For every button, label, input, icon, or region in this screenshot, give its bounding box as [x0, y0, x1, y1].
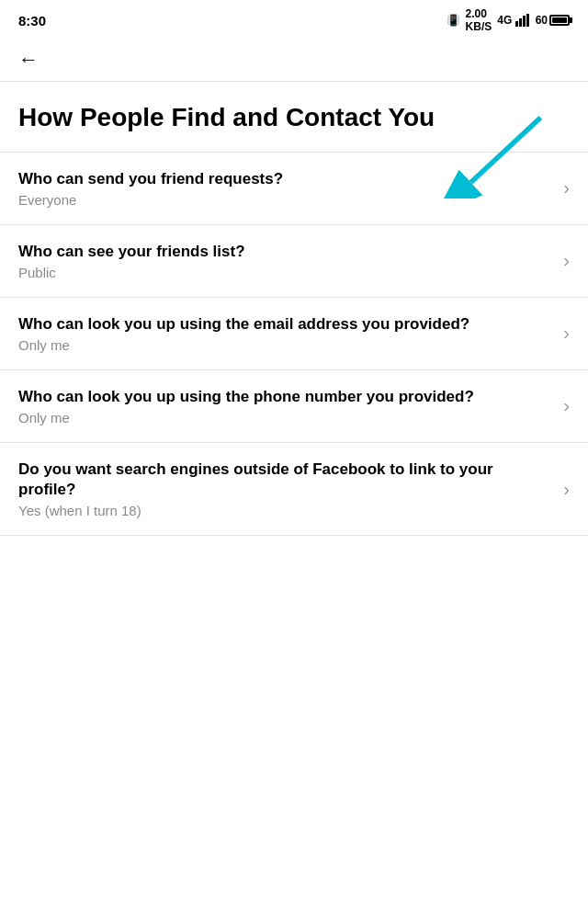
- settings-item-title: Who can look you up using the phone numb…: [18, 387, 545, 407]
- settings-item-value: Public: [18, 265, 545, 280]
- settings-item-content: Do you want search engines outside of Fa…: [18, 460, 563, 518]
- settings-item-content: Who can see your friends list? Public: [18, 242, 563, 280]
- chevron-icon: ›: [563, 479, 570, 500]
- svg-rect-2: [523, 16, 526, 27]
- settings-item-search-engines[interactable]: Do you want search engines outside of Fa…: [0, 442, 588, 536]
- speed-indicator: 2.00 KB/S: [466, 7, 492, 33]
- chevron-icon: ›: [563, 250, 570, 271]
- chevron-icon: ›: [563, 323, 570, 344]
- settings-item-title: Who can see your friends list?: [18, 242, 545, 262]
- svg-rect-1: [519, 18, 522, 27]
- settings-item-email-lookup[interactable]: Who can look you up using the email addr…: [0, 297, 588, 369]
- status-time: 8:30: [18, 13, 46, 28]
- settings-item-title: Do you want search engines outside of Fa…: [18, 460, 545, 500]
- settings-item-content: Who can look you up using the phone numb…: [18, 387, 563, 425]
- signal-icon: 4G: [497, 14, 529, 28]
- settings-item-value: Yes (when I turn 18): [18, 503, 545, 518]
- settings-item-friends-list[interactable]: Who can see your friends list? Public ›: [0, 224, 588, 297]
- vibrate-icon: 📳: [447, 14, 460, 27]
- status-bar: 8:30 📳 2.00 KB/S 4G 60: [0, 0, 588, 39]
- chevron-icon: ›: [563, 395, 570, 416]
- settings-item-content: Who can send you friend requests? Everyo…: [18, 169, 563, 208]
- settings-list: Who can send you friend requests? Everyo…: [0, 152, 588, 537]
- chevron-icon: ›: [563, 177, 570, 199]
- svg-rect-0: [515, 21, 518, 27]
- battery-display: 60: [536, 14, 570, 27]
- settings-item-content: Who can look you up using the email addr…: [18, 314, 563, 353]
- settings-item-value: Everyone: [18, 192, 545, 208]
- settings-item-value: Only me: [18, 410, 545, 425]
- settings-item-title: Who can send you friend requests?: [18, 169, 545, 189]
- settings-item-value: Only me: [18, 337, 545, 353]
- settings-item-phone-lookup[interactable]: Who can look you up using the phone numb…: [0, 369, 588, 442]
- back-button[interactable]: ←: [18, 48, 39, 71]
- settings-item-friend-requests[interactable]: Who can send you friend requests? Everyo…: [0, 152, 588, 224]
- back-bar: ←: [0, 39, 588, 81]
- svg-rect-3: [526, 14, 529, 27]
- page-title: How People Find and Contact You: [0, 82, 588, 152]
- settings-item-title: Who can look you up using the email addr…: [18, 314, 545, 335]
- status-icons: 📳 2.00 KB/S 4G 60: [447, 7, 570, 33]
